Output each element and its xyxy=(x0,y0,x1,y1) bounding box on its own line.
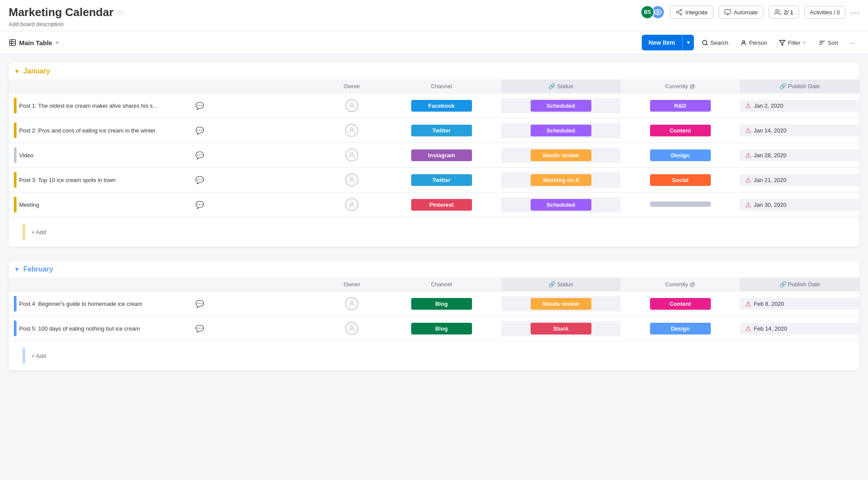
user-avatar[interactable] xyxy=(345,99,358,112)
status-badge[interactable]: Working on it xyxy=(531,174,591,186)
channel-badge[interactable]: Twitter xyxy=(411,174,472,186)
channel-badge[interactable]: Pinterest xyxy=(411,199,472,211)
channel-cell-january-2[interactable]: Instagram xyxy=(382,143,501,168)
currently-cell-content[interactable]: Design xyxy=(620,148,740,163)
currently-cell-content[interactable]: Social xyxy=(620,172,740,188)
currently-cell-content[interactable]: Content xyxy=(620,123,740,138)
user-avatar[interactable] xyxy=(345,198,358,211)
new-item-button[interactable]: New Item ▾ xyxy=(642,35,694,50)
search-button[interactable]: Search xyxy=(697,36,733,49)
status-cell-february-0[interactable]: Needs review xyxy=(501,291,620,316)
chat-icon[interactable]: 💬 xyxy=(195,300,204,308)
channel-cell-january-3[interactable]: Twitter xyxy=(382,168,501,192)
channel-cell-content[interactable]: Pinterest xyxy=(382,197,501,212)
col-currently: Currently @ xyxy=(620,278,740,291)
status-cell-content[interactable]: Stuck xyxy=(501,321,620,336)
status-cell-january-2[interactable]: Needs review xyxy=(501,143,620,168)
currently-cell-february-1[interactable]: Design xyxy=(620,316,740,341)
channel-cell-content[interactable]: Facebook xyxy=(382,98,501,113)
status-cell-content[interactable]: Scheduled xyxy=(501,123,620,138)
status-cell-february-1[interactable]: Stuck xyxy=(501,316,620,341)
status-badge[interactable]: Scheduled xyxy=(531,199,591,211)
status-badge[interactable]: Needs review xyxy=(531,149,591,161)
user-avatar[interactable] xyxy=(345,297,358,310)
user-avatar[interactable] xyxy=(345,124,358,137)
status-cell-january-4[interactable]: Scheduled xyxy=(501,192,620,217)
currently-badge[interactable]: Design xyxy=(650,323,711,334)
chat-icon[interactable]: 💬 xyxy=(195,176,204,184)
currently-cell-content[interactable]: Content xyxy=(620,296,740,311)
currently-cell-content[interactable]: Design xyxy=(620,321,740,336)
channel-cell-content[interactable]: Twitter xyxy=(382,172,501,188)
chat-icon[interactable]: 💬 xyxy=(195,126,204,135)
channel-badge[interactable]: Blog xyxy=(411,298,472,310)
user-avatar[interactable] xyxy=(345,149,358,162)
currently-badge[interactable]: Design xyxy=(650,149,711,161)
channel-cell-content[interactable]: Blog xyxy=(382,296,501,311)
user-avatar[interactable] xyxy=(345,173,358,186)
channel-badge[interactable]: Facebook xyxy=(411,100,472,112)
currently-cell-january-0[interactable]: R&D xyxy=(620,93,740,118)
currently-cell-january-2[interactable]: Design xyxy=(620,143,740,168)
status-cell-content[interactable]: Scheduled xyxy=(501,197,620,212)
avatar-group: BS xyxy=(640,5,665,19)
filter-button[interactable]: Filter xyxy=(775,36,811,49)
star-icon[interactable]: ☆ xyxy=(118,7,125,17)
chat-icon[interactable]: 💬 xyxy=(195,151,204,159)
members-button[interactable]: 2/ 1 xyxy=(769,6,799,19)
channel-cell-content[interactable]: Instagram xyxy=(382,148,501,163)
user-avatar[interactable] xyxy=(345,322,358,335)
channel-cell-february-1[interactable]: Blog xyxy=(382,316,501,341)
status-cell-content[interactable]: Working on it xyxy=(501,172,620,188)
toolbar-more-button[interactable]: ··· xyxy=(846,36,859,49)
status-badge[interactable]: Scheduled xyxy=(531,125,591,136)
col-status: 🔗Status xyxy=(501,79,620,93)
channel-cell-january-0[interactable]: Facebook xyxy=(382,93,501,118)
status-cell-content[interactable]: Needs review xyxy=(501,296,620,311)
add-item-button[interactable]: + Add xyxy=(28,227,50,237)
person-button[interactable]: Person xyxy=(736,36,771,49)
header-more-icon[interactable]: ··· xyxy=(851,7,859,17)
status-cell-january-3[interactable]: Working on it xyxy=(501,168,620,192)
currently-cell-content[interactable]: R&D xyxy=(620,98,740,113)
currently-cell-february-0[interactable]: Content xyxy=(620,291,740,316)
currently-badge[interactable]: Content xyxy=(650,125,711,136)
status-cell-january-1[interactable]: Scheduled xyxy=(501,118,620,143)
currently-badge[interactable]: Content xyxy=(650,298,711,310)
board-description[interactable]: Add board description xyxy=(9,21,859,27)
channel-cell-content[interactable]: Twitter xyxy=(382,123,501,138)
channel-cell-content[interactable]: Blog xyxy=(382,321,501,336)
currently-badge[interactable]: Social xyxy=(650,174,711,186)
status-cell-january-0[interactable]: Scheduled xyxy=(501,93,620,118)
activities-button[interactable]: Activities / 0 xyxy=(804,6,845,19)
currently-badge[interactable] xyxy=(650,202,711,207)
status-badge[interactable]: Needs review xyxy=(531,298,591,310)
channel-badge[interactable]: Instagram xyxy=(411,149,472,161)
automate-button[interactable]: Automate xyxy=(719,6,764,19)
currently-cell-content[interactable] xyxy=(620,199,740,210)
main-table-selector[interactable]: Main Table xyxy=(9,39,60,46)
sort-button[interactable]: Sort xyxy=(815,36,842,49)
channel-cell-january-4[interactable]: Pinterest xyxy=(382,192,501,217)
status-badge[interactable]: Scheduled xyxy=(531,100,591,112)
currently-cell-january-3[interactable]: Social xyxy=(620,168,740,192)
chat-icon[interactable]: 💬 xyxy=(195,324,204,333)
chat-icon[interactable]: 💬 xyxy=(195,201,204,209)
currently-cell-january-1[interactable]: Content xyxy=(620,118,740,143)
currently-badge[interactable]: R&D xyxy=(650,100,711,112)
status-cell-content[interactable]: Scheduled xyxy=(501,98,620,113)
channel-badge[interactable]: Blog xyxy=(411,323,472,334)
group-header-january[interactable]: ▼ January xyxy=(9,63,859,79)
status-cell-content[interactable]: Needs review xyxy=(501,148,620,163)
channel-cell-january-1[interactable]: Twitter xyxy=(382,118,501,143)
add-item-button[interactable]: + Add xyxy=(28,351,50,361)
channel-badge[interactable]: Twitter xyxy=(411,125,472,136)
currently-cell-january-4[interactable] xyxy=(620,192,740,217)
chat-icon[interactable]: 💬 xyxy=(195,102,204,110)
integrate-button[interactable]: Integrate xyxy=(670,6,713,19)
publish-cell-february-0: ⚠ Feb 8, 2020 xyxy=(740,291,859,316)
group-header-february[interactable]: ▼ February xyxy=(9,261,859,278)
new-item-arrow[interactable]: ▾ xyxy=(683,36,694,49)
status-badge[interactable]: Stuck xyxy=(531,323,591,334)
channel-cell-february-0[interactable]: Blog xyxy=(382,291,501,316)
